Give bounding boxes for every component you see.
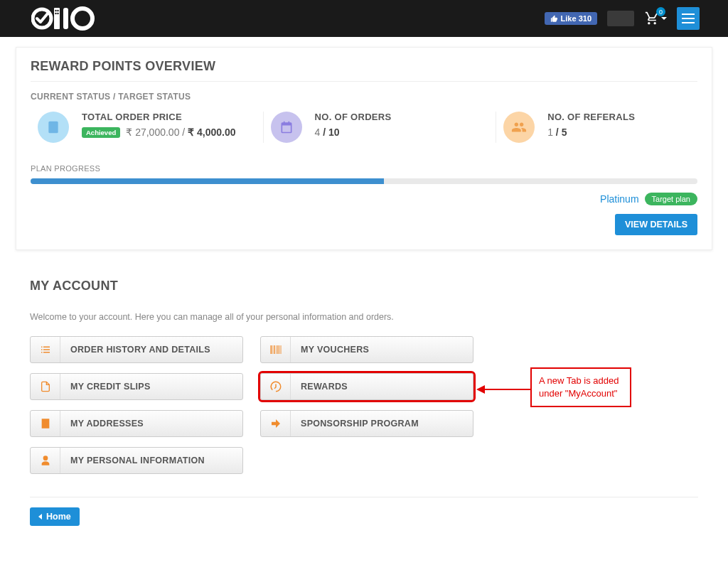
svg-rect-1 bbox=[54, 8, 60, 29]
stat-title: TOTAL ORDER PRICE bbox=[82, 112, 235, 122]
logo[interactable] bbox=[31, 6, 102, 31]
svg-marker-9 bbox=[476, 385, 485, 394]
stat-value: 1 / 5 bbox=[547, 126, 635, 138]
account-title: MY ACCOUNT bbox=[30, 279, 698, 294]
annotation-box: A new Tab is added under "MyAccount" bbox=[530, 367, 631, 407]
facebook-like-text: Like 310 bbox=[561, 14, 592, 23]
plan-progress-label: PLAN PROGRESS bbox=[31, 164, 697, 173]
svg-point-4 bbox=[55, 13, 56, 14]
stat-orders: NO. OF ORDERS 4 / 10 bbox=[263, 112, 496, 143]
overview-title: REWARD POINTS OVERVIEW bbox=[31, 59, 697, 82]
cart-badge: 0 bbox=[656, 7, 665, 16]
achieved-badge: Achieved bbox=[82, 127, 120, 138]
users-icon bbox=[503, 112, 535, 143]
facebook-like-button[interactable]: Like 310 bbox=[545, 12, 597, 25]
tile-vouchers[interactable]: MY VOUCHERS bbox=[260, 336, 473, 363]
plan-name: Platinum bbox=[600, 193, 638, 205]
target-plan-badge: Target plan bbox=[645, 193, 697, 205]
topbar: Like 310 0 bbox=[0, 0, 728, 37]
my-account-section: MY ACCOUNT Welcome to your account. Here… bbox=[30, 279, 698, 526]
file-icon bbox=[31, 374, 60, 399]
svg-point-7 bbox=[73, 9, 92, 28]
tile-personal-info[interactable]: MY PERSONAL INFORMATION bbox=[30, 447, 243, 474]
stat-title: NO. OF REFERALS bbox=[547, 112, 635, 122]
stat-total-price: TOTAL ORDER PRICE Achieved ₹ 27,000.00 /… bbox=[31, 112, 263, 143]
user-menu[interactable] bbox=[607, 11, 634, 26]
svg-point-2 bbox=[55, 10, 56, 11]
user-icon bbox=[31, 448, 60, 473]
stat-value: 4 / 10 bbox=[315, 126, 392, 138]
stat-title: NO. OF ORDERS bbox=[315, 112, 392, 122]
svg-rect-6 bbox=[63, 8, 68, 29]
progress-bar-track bbox=[31, 178, 697, 184]
tile-label: MY VOUCHERS bbox=[291, 345, 369, 355]
tile-label: MY CREDIT SLIPS bbox=[60, 382, 151, 392]
home-button[interactable]: Home bbox=[30, 507, 80, 526]
stat-referrals: NO. OF REFERALS 1 / 5 bbox=[496, 112, 697, 143]
tile-label: REWARDS bbox=[291, 382, 348, 392]
barcode-icon bbox=[261, 337, 291, 362]
tile-label: MY PERSONAL INFORMATION bbox=[60, 456, 205, 465]
annotation-arrow bbox=[475, 383, 532, 396]
divider bbox=[30, 497, 698, 497]
tile-order-history[interactable]: ORDER HISTORY AND DETAILS bbox=[30, 336, 243, 363]
tile-rewards[interactable]: REWARDS bbox=[260, 373, 473, 400]
arrow-right-icon bbox=[261, 411, 291, 436]
svg-point-3 bbox=[57, 10, 58, 11]
clipboard-icon bbox=[38, 112, 69, 143]
building-icon bbox=[31, 411, 60, 436]
stat-value: ₹ 27,000.00 / ₹ 4,000.00 bbox=[126, 126, 235, 138]
progress-bar-fill bbox=[31, 178, 384, 184]
tile-addresses[interactable]: MY ADDRESSES bbox=[30, 410, 243, 437]
chevron-left-icon bbox=[38, 514, 42, 519]
tile-sponsorship[interactable]: SPONSORSHIP PROGRAM bbox=[260, 410, 473, 437]
tile-label: ORDER HISTORY AND DETAILS bbox=[60, 345, 210, 355]
calendar-icon bbox=[271, 112, 302, 143]
cart-button[interactable]: 0 bbox=[644, 11, 667, 26]
list-icon bbox=[31, 337, 60, 362]
chevron-down-icon bbox=[661, 17, 667, 20]
hamburger-menu-button[interactable] bbox=[677, 7, 700, 30]
gauge-icon bbox=[261, 374, 291, 399]
svg-point-5 bbox=[57, 13, 58, 14]
tile-label: SPONSORSHIP PROGRAM bbox=[291, 419, 419, 429]
status-subheading: CURRENT STATUS / TARGET STATUS bbox=[31, 92, 697, 102]
view-details-button[interactable]: VIEW DETAILS bbox=[615, 214, 697, 235]
reward-overview-panel: REWARD POINTS OVERVIEW CURRENT STATUS / … bbox=[16, 47, 712, 250]
welcome-text: Welcome to your account. Here you can ma… bbox=[30, 312, 698, 322]
home-button-label: Home bbox=[46, 512, 71, 522]
tile-credit-slips[interactable]: MY CREDIT SLIPS bbox=[30, 373, 243, 400]
tile-label: MY ADDRESSES bbox=[60, 419, 144, 429]
